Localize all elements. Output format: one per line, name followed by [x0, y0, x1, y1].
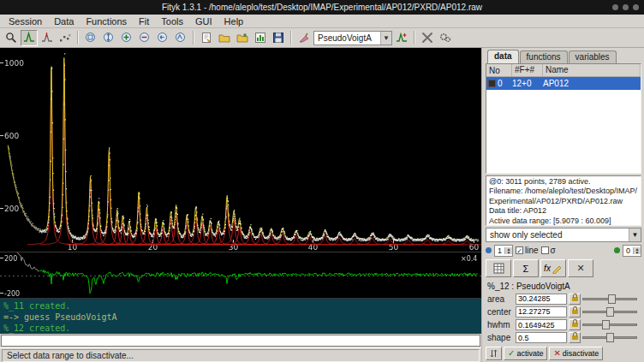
fityk-window: Fityk 1.3.1 - /home/aleplo/test/Desktop/…: [0, 0, 644, 362]
auto-add-peak-button[interactable]: [393, 30, 410, 46]
check-icon: ✓: [508, 348, 515, 358]
menu-gui[interactable]: GUI: [190, 15, 218, 27]
dataset-row[interactable]: 0 12+0 AP012: [486, 77, 641, 90]
titlebar[interactable]: Fityk 1.3.1 - /home/aleplo/test/Desktop/…: [0, 0, 644, 15]
tab-data[interactable]: data: [487, 50, 519, 63]
lock-icon-button[interactable]: [569, 306, 581, 317]
param-center-slider[interactable]: [582, 306, 637, 317]
param-name: hwhm: [486, 320, 514, 329]
data-action-buttons: Σ fx ✕: [486, 259, 641, 279]
clear-button[interactable]: [295, 30, 313, 46]
maximize-icon: [623, 4, 629, 10]
console-line: %_11 created.: [3, 300, 478, 312]
menu-data[interactable]: Data: [49, 15, 79, 27]
param-area-input[interactable]: [516, 294, 567, 305]
window-controls[interactable]: [612, 4, 639, 10]
point-color-icon[interactable]: [486, 247, 492, 253]
info-line: Active data range: [5.9079 : 60.009]: [489, 217, 638, 226]
toolbar-separator: [290, 31, 292, 45]
activate-data-mode-button[interactable]: [57, 30, 74, 46]
function-type-combobox[interactable]: PseudoVoigtA ▼: [313, 31, 392, 45]
chevron-down-icon[interactable]: ▼: [380, 32, 391, 45]
param-center-input[interactable]: [516, 306, 567, 317]
lock-icon-button[interactable]: [569, 319, 581, 330]
close-icon: [633, 4, 639, 10]
sidebar-tabs: data functions variables: [486, 50, 641, 63]
param-name: shape: [486, 333, 514, 342]
column-f[interactable]: #F+#: [512, 64, 543, 76]
chevron-down-icon[interactable]: ▼: [629, 228, 641, 241]
data-table-button[interactable]: [486, 259, 511, 277]
param-name: area: [486, 294, 514, 304]
fit-run-button[interactable]: [437, 30, 454, 46]
checkbox-unchecked-icon[interactable]: [541, 246, 549, 254]
zoom-vertical-button[interactable]: [100, 30, 117, 46]
dataset-list: No #F+# Name 0 12+0 AP012: [486, 63, 641, 174]
settings-button[interactable]: [419, 30, 436, 46]
menu-fit[interactable]: Fit: [134, 15, 154, 27]
param-row-hwhm: hwhm: [486, 319, 641, 331]
zoom-all-button[interactable]: [82, 30, 99, 46]
exec-script-button[interactable]: [198, 30, 215, 46]
toolbar: PseudoVoigtA ▼: [0, 28, 644, 48]
checkbox-checked-icon[interactable]: ✓: [516, 246, 523, 254]
activate-button[interactable]: ✓activate: [504, 347, 547, 360]
zoom-previous-button[interactable]: [154, 30, 171, 46]
menu-functions[interactable]: Functions: [80, 15, 132, 27]
shift-value: 0: [623, 246, 633, 255]
tab-functions[interactable]: functions: [520, 50, 568, 63]
main-plot-canvas[interactable]: [0, 48, 481, 252]
param-area-slider[interactable]: [582, 294, 637, 305]
toolbar-separator: [77, 31, 79, 45]
filter-dropdown[interactable]: show only selected ▼: [486, 228, 641, 242]
shift-color-icon[interactable]: [614, 247, 620, 253]
tab-variables[interactable]: variables: [569, 50, 617, 63]
zoom-out-button[interactable]: [136, 30, 153, 46]
column-name[interactable]: Name: [543, 64, 641, 76]
close-icon: ✕: [576, 263, 584, 274]
quick-plot-button[interactable]: [252, 30, 269, 46]
menu-help[interactable]: Help: [219, 15, 249, 27]
param-hwhm-slider[interactable]: [582, 319, 637, 330]
load-data-button[interactable]: [234, 30, 251, 46]
menu-session[interactable]: Session: [3, 15, 47, 27]
point-size-stepper[interactable]: 1▲▼: [494, 245, 513, 257]
output-console[interactable]: %_11 created. =-> guess PseudoVoigtA %_1…: [0, 298, 481, 334]
dataset-name: AP012: [543, 79, 641, 88]
command-input[interactable]: [1, 335, 480, 347]
info-line: Data title: AP012: [489, 206, 638, 217]
zoom-auto-button[interactable]: [172, 30, 189, 46]
shift-stepper[interactable]: 0▲▼: [623, 245, 641, 257]
dataset-fcount: 12+0: [512, 79, 543, 88]
param-row-area: area: [486, 293, 641, 305]
param-shape-input[interactable]: [516, 332, 567, 343]
lock-icon-button[interactable]: [569, 332, 581, 343]
column-no[interactable]: No: [486, 64, 512, 76]
sum-button[interactable]: Σ: [513, 259, 539, 277]
save-session-button[interactable]: [270, 30, 287, 46]
activate-label: activate: [516, 349, 543, 358]
lock-icon: [572, 297, 578, 301]
delete-button[interactable]: ✕: [568, 259, 593, 277]
window-title: Fityk 1.3.1 - /home/aleplo/test/Desktop/…: [162, 3, 482, 12]
statusbar: Select data range to disactivate...: [0, 347, 481, 362]
status-message: Select data range to disactivate...: [2, 349, 480, 362]
open-session-button[interactable]: [216, 30, 233, 46]
param-hwhm-input[interactable]: [516, 319, 567, 330]
dataset-checkbox[interactable]: [488, 80, 496, 87]
add-peak-mode-button[interactable]: [21, 30, 38, 46]
aux-plot-canvas[interactable]: [0, 252, 481, 298]
lock-icon: [572, 323, 578, 327]
disactivate-button[interactable]: ✕disactivate: [549, 347, 603, 360]
edit-function-button[interactable]: fx: [540, 259, 566, 277]
zoom-in-button[interactable]: [118, 30, 135, 46]
minimize-icon: [612, 4, 618, 10]
menu-tools[interactable]: Tools: [156, 15, 188, 27]
param-shape-slider[interactable]: [582, 332, 637, 343]
lock-icon-button[interactable]: [569, 294, 581, 305]
zoom-mode-button[interactable]: [3, 30, 20, 46]
drag-peak-mode-button[interactable]: [39, 30, 56, 46]
line-toggle[interactable]: ✓line: [516, 246, 539, 255]
swap-range-button[interactable]: [486, 347, 502, 360]
sigma-toggle[interactable]: σ: [541, 246, 556, 255]
